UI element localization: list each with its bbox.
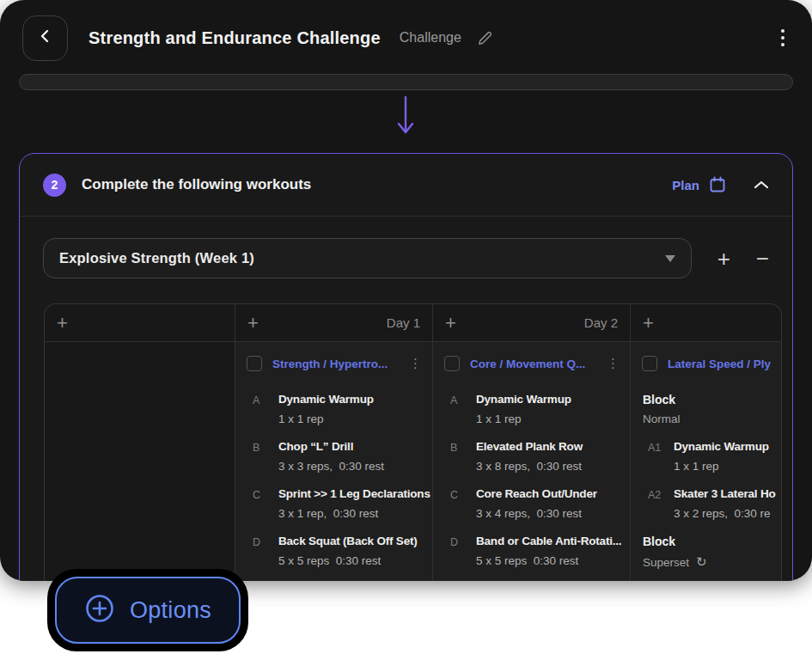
table-column-empty: + (45, 304, 235, 581)
kebab-menu-icon[interactable] (776, 24, 790, 52)
step-2-card: 2 Complete the following workouts Plan E… (19, 153, 793, 581)
exercise-row[interactable]: B Elevated Plank Row 3 x 8 reps, 0:30 re… (450, 440, 630, 473)
page-subtitle: Challenge (400, 30, 461, 46)
workout-title-link[interactable]: Lateral Speed / Ply (668, 358, 771, 370)
exercise-row[interactable]: C Sprint >> 1 Leg Declarations 3 x 1 rep… (253, 487, 432, 520)
add-week-button[interactable]: + (717, 248, 730, 270)
day-label: Day 2 (584, 315, 618, 330)
options-button-highlight-ring: Options (47, 569, 248, 651)
previous-step-card-partial[interactable] (19, 74, 793, 90)
workout-card-day2: Core / Movement Q... ⋮ A Dynamic Warmup … (433, 342, 630, 581)
repeat-icon: ↻ (696, 554, 707, 570)
chevron-left-icon (38, 28, 53, 47)
column-header: + Day 2 (433, 304, 630, 342)
exercise-row[interactable]: D Band or Cable Anti-Rotati... 5 x 5 rep… (450, 535, 630, 567)
step-title: Complete the following workouts (82, 176, 311, 193)
workout-checkbox[interactable] (247, 356, 262, 371)
step-number-badge: 2 (43, 174, 66, 197)
workout-card-day3: Lateral Speed / Ply Block Normal A1 Dyna… (631, 342, 781, 581)
exercise-row[interactable]: D Back Squat (Back Off Set) 5 x 5 reps 0… (253, 535, 432, 567)
column-header: + Day 1 (235, 304, 432, 342)
table-column-day2: + Day 2 Core / Movement Q... ⋮ A Dynamic… (433, 304, 631, 581)
add-workout-button[interactable]: + (643, 314, 654, 333)
add-workout-button[interactable]: + (445, 314, 456, 333)
kebab-menu-icon[interactable]: ⋮ (601, 356, 620, 371)
plus-circle-icon (84, 593, 115, 627)
table-column-day1: + Day 1 Strength / Hypertro... ⋮ A Dynam… (235, 304, 433, 581)
exercise-row[interactable]: A1 Dynamic Warmup 1 x 1 rep (648, 440, 781, 473)
block-label: Block (643, 535, 781, 548)
column-header: + (45, 304, 235, 342)
kebab-menu-icon[interactable]: ⋮ (404, 356, 422, 371)
day-label: Day 1 (387, 315, 420, 330)
workout-select-value: Explosive Strength (Week 1) (59, 250, 254, 266)
edit-pencil-icon[interactable] (477, 30, 493, 46)
workout-table: + + Day 1 Strength / Hypertro... (44, 303, 782, 581)
exercise-row[interactable]: C Core Reach Out/Under 3 x 4 reps, 0:30 … (450, 487, 630, 520)
add-workout-button[interactable]: + (247, 314, 259, 333)
exercise-row[interactable]: A2 Skater 3 Lateral Ho 3 x 2 reps, 0:30 … (648, 487, 781, 520)
workout-checkbox[interactable] (444, 356, 460, 371)
triangle-down-icon (665, 255, 675, 262)
arrow-down-icon (394, 95, 417, 140)
block-type: Superset ↻ (643, 554, 781, 570)
back-button[interactable] (22, 15, 68, 61)
page-title: Strength and Endurance Challenge (89, 28, 381, 48)
page: Strength and Endurance Challenge Challen… (0, 0, 812, 660)
step-card-header: 2 Complete the following workouts Plan (20, 154, 792, 217)
exercise-row[interactable]: B Chop “L” Drill 3 x 3 reps, 0:30 rest (253, 440, 432, 473)
block-type: Normal (643, 412, 781, 425)
column-header: + (631, 304, 781, 342)
exercise-row[interactable]: A Dynamic Warmup 1 x 1 rep (450, 393, 630, 425)
workout-card-day1: Strength / Hypertro... ⋮ A Dynamic Warmu… (235, 342, 432, 581)
exercise-row[interactable]: A Dynamic Warmup 1 x 1 rep (253, 393, 432, 425)
table-column-day3: + Lateral Speed / Ply Block Normal A1 Dy… (631, 304, 781, 581)
workout-checkbox[interactable] (642, 356, 657, 371)
add-workout-button[interactable]: + (57, 314, 68, 333)
workout-selector-row: Explosive Strength (Week 1) + − (20, 217, 792, 278)
options-label: Options (130, 597, 211, 624)
header: Strength and Endurance Challenge Challen… (0, 0, 812, 76)
block-label: Block (643, 393, 781, 406)
workout-title-link[interactable]: Strength / Hypertro... (272, 358, 388, 370)
chevron-up-icon[interactable] (754, 180, 769, 190)
column-body-empty (45, 342, 235, 581)
options-button[interactable]: Options (55, 577, 241, 644)
workout-title-link[interactable]: Core / Movement Q... (470, 358, 585, 370)
workout-select[interactable]: Explosive Strength (Week 1) (43, 238, 692, 278)
plan-link[interactable]: Plan (672, 178, 699, 192)
calendar-icon[interactable] (709, 176, 726, 193)
app-window: Strength and Endurance Challenge Challen… (0, 0, 812, 581)
remove-week-button[interactable]: − (756, 248, 769, 270)
